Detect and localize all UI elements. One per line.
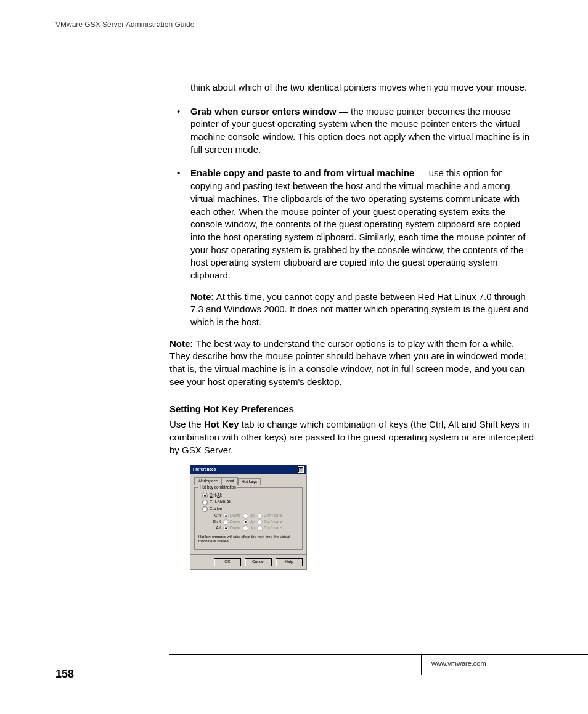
dialog-titlebar: Preferences × bbox=[190, 465, 306, 474]
text-a: Use the bbox=[169, 419, 204, 429]
radio-icon bbox=[202, 506, 208, 512]
preferences-dialog: Preferences × Workspace Input Hot keys H… bbox=[190, 465, 306, 569]
dialog-body: Workspace Input Hot keys Hot key combina… bbox=[190, 474, 306, 554]
opt-dontcare[interactable]: Don't care bbox=[257, 513, 282, 519]
grid-row-alt: Alt Down Up Don't care bbox=[210, 525, 298, 531]
opt-down[interactable]: Down bbox=[223, 519, 240, 525]
help-button[interactable]: Help bbox=[276, 558, 303, 566]
radio-icon bbox=[202, 500, 208, 505]
hotkey-group: Hot key combination Ctrl-Alt Ctrl-Shift-… bbox=[194, 487, 303, 549]
grid-row-ctrl: Ctrl Down Up Don't care bbox=[210, 513, 298, 519]
opt-down[interactable]: Down bbox=[223, 525, 240, 531]
opt-down[interactable]: Down bbox=[223, 513, 240, 519]
section-paragraph: Use the Hot Key tab to change which comb… bbox=[169, 418, 537, 456]
row-label: Shift bbox=[210, 519, 221, 525]
bullet-lead: Grab when cursor enters window bbox=[190, 106, 337, 116]
running-header: VMware GSX Server Administration Guide bbox=[55, 20, 194, 30]
tab-input[interactable]: Input bbox=[221, 477, 237, 485]
opt-up[interactable]: Up bbox=[243, 519, 255, 525]
radio-label: Custom bbox=[210, 506, 223, 512]
note-text: At this time, you cannot copy and paste … bbox=[190, 291, 529, 327]
text: think about which of the two identical p… bbox=[190, 82, 527, 92]
row-label: Ctrl bbox=[210, 513, 221, 519]
opt-up[interactable]: Up bbox=[243, 513, 255, 519]
dialog-tabs: Workspace Input Hot keys bbox=[194, 477, 303, 485]
radio-ctrl-alt[interactable]: Ctrl-Alt bbox=[202, 493, 298, 498]
radio-custom[interactable]: Custom bbox=[202, 506, 298, 512]
footer-separator bbox=[421, 654, 422, 675]
footer-rule bbox=[169, 654, 588, 655]
page-number: 158 bbox=[55, 667, 74, 682]
note-text: The best way to understand the cursor op… bbox=[169, 338, 526, 387]
opt-dontcare[interactable]: Don't care bbox=[257, 519, 282, 525]
dialog-title-text: Preferences bbox=[193, 467, 216, 473]
custom-grid: Ctrl Down Up Don't care Shift Down Up Do… bbox=[210, 513, 298, 531]
section-heading: Setting Hot Key Preferences bbox=[169, 403, 537, 416]
dialog-buttons: OK Cancel Help bbox=[190, 554, 306, 569]
document-page: VMware GSX Server Administration Guide t… bbox=[0, 0, 588, 714]
radio-label: Ctrl-Alt bbox=[210, 493, 222, 498]
footer-url: www.vmware.com bbox=[431, 659, 486, 668]
opt-up[interactable]: Up bbox=[243, 525, 255, 531]
bullet-lead: Enable copy and paste to and from virtua… bbox=[190, 168, 414, 178]
body-column: think about which of the two identical p… bbox=[169, 81, 533, 569]
bullet-grab-cursor: Grab when cursor enters window — the mou… bbox=[169, 105, 533, 156]
bullet-copy-paste: Enable copy and paste to and from virtua… bbox=[169, 167, 533, 282]
tab-workspace[interactable]: Workspace bbox=[194, 477, 221, 485]
row-label: Alt bbox=[210, 525, 221, 531]
bullet-text: — use this option for copying and pastin… bbox=[190, 168, 525, 280]
group-label: Hot key combination bbox=[198, 485, 237, 490]
inner-note: Note: At this time, you cannot copy and … bbox=[169, 291, 533, 329]
outer-note: Note: The best way to understand the cur… bbox=[169, 338, 537, 389]
ok-button[interactable]: OK bbox=[214, 558, 241, 566]
opt-dontcare[interactable]: Don't care bbox=[257, 525, 282, 531]
grid-row-shift: Shift Down Up Don't care bbox=[210, 519, 298, 525]
close-icon[interactable]: × bbox=[298, 466, 304, 473]
radio-ctrl-shift-alt[interactable]: Ctrl-Shift-Alt bbox=[202, 500, 298, 505]
tab-hotkeys[interactable]: Hot keys bbox=[238, 478, 261, 485]
hotkey-bold: Hot Key bbox=[204, 419, 239, 429]
continuation-text: think about which of the two identical p… bbox=[169, 81, 533, 94]
radio-icon bbox=[202, 493, 208, 498]
radio-label: Ctrl-Shift-Alt bbox=[210, 500, 231, 505]
dialog-note: Hot key changes will take effect the nex… bbox=[198, 535, 298, 543]
cancel-button[interactable]: Cancel bbox=[245, 558, 272, 566]
note-label: Note: bbox=[190, 291, 214, 302]
note-label: Note: bbox=[169, 338, 193, 349]
